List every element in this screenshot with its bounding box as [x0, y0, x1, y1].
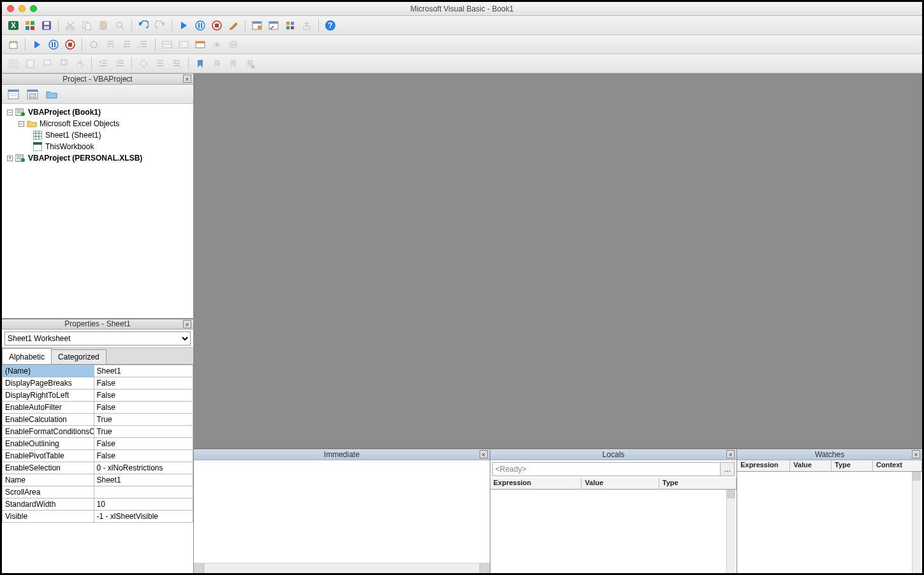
close-window-button[interactable] — [7, 5, 14, 12]
immediate-close-button[interactable]: × — [480, 450, 488, 458]
svg-point-45 — [230, 41, 237, 44]
redo-button[interactable] — [152, 18, 168, 33]
tree-item-thisworkbook[interactable]: ThisWorkbook — [45, 142, 94, 151]
toolbox-button[interactable] — [299, 18, 314, 33]
next-bookmark-button[interactable] — [209, 56, 224, 71]
watches-col-expression[interactable]: Expression — [737, 460, 790, 471]
immediate-hscroll[interactable] — [194, 563, 490, 573]
locals-col-type[interactable]: Type — [659, 478, 737, 489]
watches-body[interactable] — [737, 472, 922, 573]
watches-col-type[interactable]: Type — [832, 460, 873, 471]
design-mode-button[interactable] — [226, 18, 241, 33]
quick-watch-button[interactable] — [209, 37, 224, 52]
help-button[interactable]: ? — [323, 18, 338, 33]
watches-col-context[interactable]: Context — [873, 460, 922, 471]
svg-rect-22 — [253, 22, 261, 24]
indent-button[interactable] — [96, 56, 111, 71]
compile-button[interactable] — [6, 37, 21, 52]
tab-categorized[interactable]: Categorized — [51, 349, 106, 364]
call-stack-button[interactable] — [226, 37, 241, 52]
tab-alphabetic[interactable]: Alphabetic — [2, 348, 52, 364]
list-properties-button[interactable] — [6, 56, 21, 71]
locals-body[interactable] — [490, 490, 737, 573]
locals-ellipsis-button[interactable]: … — [720, 463, 734, 476]
project-explorer-close-button[interactable]: × — [183, 75, 191, 83]
locals-window-button[interactable] — [159, 37, 175, 52]
svg-rect-14 — [101, 21, 105, 23]
locals-title: Locals — [603, 450, 625, 459]
tree-collapse-icon[interactable]: − — [18, 121, 24, 127]
watches-pane: Watches × Expression Value Type Context — [737, 449, 922, 573]
watches-close-button[interactable]: × — [912, 450, 920, 458]
locals-col-expression[interactable]: Expression — [490, 478, 582, 489]
toggle-bookmark-button[interactable] — [193, 56, 208, 71]
watches-vscroll[interactable] — [912, 472, 921, 573]
maximize-window-button[interactable] — [30, 5, 37, 12]
svg-point-39 — [91, 41, 97, 48]
complete-word-button[interactable]: A — [72, 56, 87, 71]
svg-rect-20 — [215, 24, 219, 27]
find-button[interactable] — [112, 18, 128, 33]
tree-item-vbaproject-personal[interactable]: VBAProject (PERSONAL.XLSB) — [28, 154, 142, 163]
step-into-button[interactable] — [103, 37, 118, 52]
tree-collapse-icon[interactable]: − — [7, 110, 13, 115]
step-out-button[interactable] — [136, 37, 151, 52]
project-tree[interactable]: − VBAProject (Book1) − Microsoft Excel O… — [2, 104, 193, 318]
clear-bookmarks-button[interactable] — [242, 56, 258, 71]
view-excel-button[interactable]: X — [6, 18, 21, 33]
properties-window-button[interactable] — [266, 18, 281, 33]
minimize-window-button[interactable] — [18, 5, 26, 12]
object-browser-button[interactable] — [282, 18, 298, 33]
watch-window-button[interactable] — [193, 37, 208, 52]
comment-block-button[interactable] — [152, 56, 168, 71]
immediate-window-button[interactable] — [176, 37, 191, 52]
quick-info-button[interactable] — [39, 56, 54, 71]
cut-button[interactable] — [62, 18, 78, 33]
break-button[interactable] — [193, 18, 208, 33]
locals-context-field[interactable] — [493, 463, 720, 476]
svg-rect-26 — [286, 22, 290, 25]
copy-button[interactable] — [79, 18, 94, 33]
outdent-button[interactable] — [112, 56, 128, 71]
uncomment-block-button[interactable] — [169, 56, 184, 71]
tree-expand-icon[interactable]: + — [7, 156, 13, 161]
scroll-right-icon[interactable] — [480, 564, 490, 573]
run-sub-button[interactable] — [29, 37, 45, 52]
properties-object-selector[interactable]: Sheet1 Worksheet — [4, 331, 191, 346]
tree-item-excel-objects[interactable]: Microsoft Excel Objects — [40, 119, 119, 128]
locals-close-button[interactable]: × — [726, 450, 735, 458]
reset-button[interactable] — [209, 18, 224, 33]
tree-item-sheet1[interactable]: Sheet1 (Sheet1) — [45, 131, 101, 140]
save-button[interactable] — [39, 18, 54, 33]
view-code-button[interactable] — [6, 87, 21, 102]
toggle-breakpoint-button[interactable] — [86, 37, 101, 52]
locals-context-bar: … — [492, 462, 735, 476]
project-explorer-button[interactable] — [249, 18, 265, 33]
insert-module-button[interactable] — [22, 18, 38, 33]
view-object-button[interactable] — [25, 87, 40, 102]
svg-rect-7 — [44, 22, 49, 25]
locals-col-value[interactable]: Value — [582, 478, 659, 489]
properties-close-button[interactable]: × — [183, 320, 191, 328]
breakpoint-hand-button[interactable] — [136, 56, 151, 71]
toggle-folders-button[interactable] — [44, 87, 59, 102]
stop-button[interactable] — [62, 37, 78, 52]
scroll-left-icon[interactable] — [194, 564, 204, 573]
watches-col-value[interactable]: Value — [790, 460, 832, 471]
immediate-body[interactable] — [194, 460, 490, 563]
pause-button[interactable] — [46, 37, 61, 52]
prev-bookmark-button[interactable] — [226, 56, 241, 71]
parameter-info-button[interactable]: () — [55, 56, 71, 71]
svg-rect-65 — [33, 142, 42, 145]
tree-item-vbaproject-book1[interactable]: VBAProject (Book1) — [28, 108, 101, 117]
run-button[interactable] — [176, 18, 191, 33]
locals-vscroll[interactable] — [726, 490, 735, 573]
properties-grid[interactable]: (Name)Sheet1 DisplayPageBreaksFalse Disp… — [2, 365, 193, 574]
watches-header: Watches × — [737, 449, 922, 460]
list-constants-button[interactable] — [22, 56, 38, 71]
svg-rect-4 — [26, 26, 29, 30]
locals-header: Locals × — [490, 449, 737, 460]
undo-button[interactable] — [136, 18, 151, 33]
paste-button[interactable] — [96, 18, 111, 33]
step-over-button[interactable] — [119, 37, 135, 52]
